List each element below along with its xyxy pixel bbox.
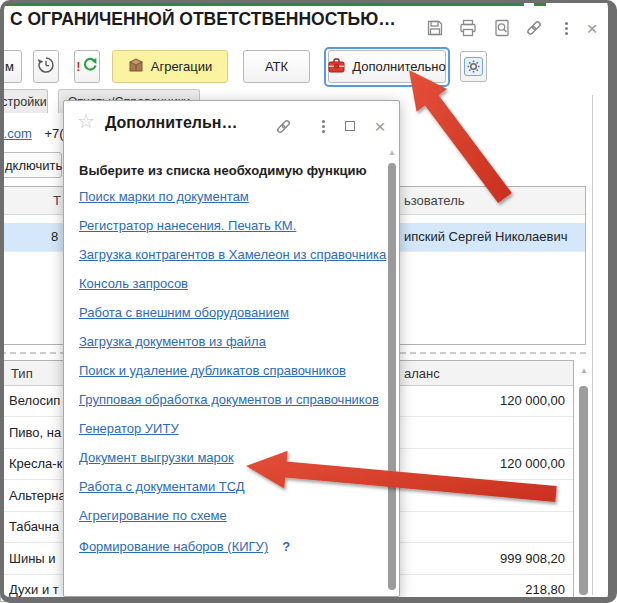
contact-row: r.com +7( [0,126,64,141]
atk-label: АТК [265,59,288,74]
form-settings-button[interactable] [460,51,487,82]
history-button[interactable] [33,50,59,83]
red-arrow-to-additional-button [409,70,512,203]
top-green-bar-fragment [534,2,546,6]
scroll-up-icon[interactable]: ▲ [580,366,588,375]
link-load-contractors[interactable]: Загрузка контрагентов в Хамелеон из спра… [79,247,386,264]
dialog-scroll-up-icon[interactable]: ▲ [388,148,396,157]
link-kigu-sets[interactable]: Формирование наборов (КИГУ) [79,539,268,554]
app-window: С ОГРАНИЧЕННОЙ ОТВЕТСТВЕННОСТЬЮ… × м ! А… [0,0,617,603]
window-title: С ОГРАНИЧЕННОЙ ОТВЕТСТВЕННОСТЬЮ… [10,9,415,30]
function-links: Поиск марки по документам Регистратор на… [79,189,386,556]
link-mark-search[interactable]: Поиск марки по документам [79,189,386,206]
top-green-bar [4,2,524,6]
gear-icon [464,57,483,76]
users-header-user-column: ьзователь [404,193,465,208]
more-menu-icon[interactable] [556,18,576,38]
link-uitu-generator[interactable]: Генератор УИТУ [79,421,386,438]
help-icon[interactable]: ? [282,539,290,554]
link-query-console[interactable]: Консоль запросов [79,276,386,293]
link-registrator[interactable]: Регистратор нанесения. Печать КМ. [79,218,386,235]
atk-button[interactable]: АТК [243,50,310,83]
save-icon[interactable] [425,18,445,38]
goods-header-type: Тип [11,366,33,381]
link-find-duplicates[interactable]: Поиск и удаление дубликатов справочников [79,363,386,380]
link-mark-export-doc[interactable]: Документ выгрузки марок [79,450,386,467]
dialog-get-link-icon[interactable] [273,116,293,136]
tab-settings[interactable]: стройки [0,89,48,113]
connect-button[interactable]: дключить [0,152,62,178]
dialog-instruction: Выберите из списка необходимую функцию [79,163,367,178]
dialog-title: Дополнительн… [105,114,237,132]
aggregations-label: Агрегации [151,59,213,74]
toolbox-icon [328,58,345,76]
dialog-maximize-icon[interactable] [340,116,360,136]
history-icon [37,56,55,77]
tab-settings-label: стройки [1,95,46,109]
panel-edge [592,95,593,595]
toolbar-partial-button[interactable]: м [0,50,22,83]
favorite-star-icon[interactable]: ☆ [77,111,95,131]
link-tsd-documents[interactable]: Работа с документами ТСД [79,479,386,496]
user-name-cell: ипский Сергей Николаевич [404,229,567,244]
print-icon[interactable] [458,18,478,38]
goods-table-scrollbar[interactable] [579,386,588,595]
connect-button-label: дключить [5,158,62,173]
link-aggregation-scheme[interactable]: Агрегирование по схеме [79,508,386,525]
toolbar-partial-label: м [5,59,14,74]
refresh-exclamation: ! [76,59,80,74]
users-header-fragment-left: Т [53,193,61,208]
dialog-scrollbar[interactable] [388,163,396,590]
additional-button[interactable]: Дополнительно [328,50,446,83]
phone-number: +7( [44,126,63,141]
aggregations-button[interactable]: Агрегации [112,50,228,83]
dialog-close-icon[interactable]: × [370,116,390,136]
goods-header-balance: аланс [404,366,440,381]
refresh-button[interactable]: ! [74,50,100,83]
email-link[interactable]: r.com [0,126,32,141]
refresh-icon [82,57,98,76]
additional-label: Дополнительно [352,59,446,74]
link-external-equipment[interactable]: Работа с внешним оборудованием [79,305,386,322]
link-load-documents[interactable]: Загрузка документов из файла [79,334,386,351]
window-close-icon[interactable]: × [582,18,602,38]
get-link-icon[interactable] [524,18,544,38]
link-group-processing[interactable]: Групповая обработка документов и справоч… [79,392,386,409]
box-icon [128,58,144,75]
print-preview-icon[interactable] [492,18,512,38]
additional-functions-dialog: ☆ Дополнительн… × Выберите из списка нео… [63,100,400,597]
dialog-more-icon[interactable] [313,116,333,136]
